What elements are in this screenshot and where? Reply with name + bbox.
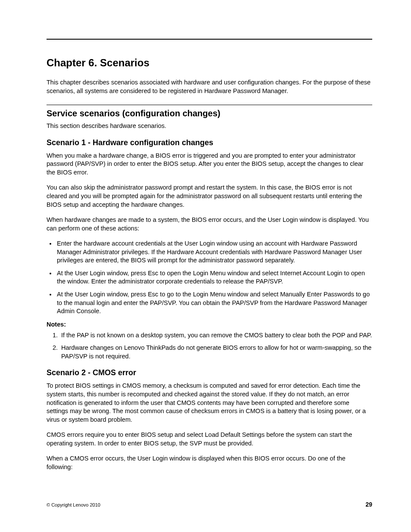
scenario-2-p2: CMOS errors require you to enter BIOS se…	[47, 431, 372, 448]
page-number: 29	[365, 501, 372, 508]
document-page: Chapter 6. Scenarios This chapter descri…	[0, 0, 411, 532]
section-intro: This section describes hardware scenario…	[47, 122, 372, 131]
list-item: At the User Login window, press Esc to g…	[56, 290, 372, 316]
intro-paragraph: This chapter describes scenarios associa…	[47, 78, 372, 95]
list-item: Enter the hardware account credentials a…	[56, 240, 372, 265]
scenario-1-p2: You can also skip the administrator pass…	[47, 184, 372, 209]
scenario-1-notes-list: If the PAP is not known on a desktop sys…	[47, 331, 372, 361]
scenario-2-title: Scenario 2 - CMOS error	[47, 368, 372, 377]
chapter-title: Chapter 6. Scenarios	[47, 57, 372, 69]
list-item: Hardware changes on Lenovo ThinkPads do …	[59, 344, 372, 361]
top-rule	[47, 39, 372, 40]
scenario-1-title: Scenario 1 - Hardware configuration chan…	[47, 138, 372, 147]
section-rule	[47, 105, 372, 105]
scenario-1-p3: When hardware changes are made to a syst…	[47, 216, 372, 233]
copyright-text: © Copyright Lenovo 2010	[47, 502, 100, 507]
section-title-service-scenarios: Service scenarios (configuration changes…	[47, 109, 372, 118]
scenario-1-bullet-list: Enter the hardware account credentials a…	[47, 240, 372, 316]
list-item: At the User Login window, press Esc to o…	[56, 269, 372, 286]
notes-label: Notes:	[47, 321, 372, 328]
page-footer: © Copyright Lenovo 2010 29	[47, 501, 372, 508]
scenario-2-p3: When a CMOS error occurs, the User Login…	[47, 454, 372, 471]
scenario-2-p1: To protect BIOS settings in CMOS memory,…	[47, 382, 372, 424]
list-item: If the PAP is not known on a desktop sys…	[59, 331, 372, 340]
scenario-1-p1: When you make a hardware change, a BIOS …	[47, 152, 372, 177]
